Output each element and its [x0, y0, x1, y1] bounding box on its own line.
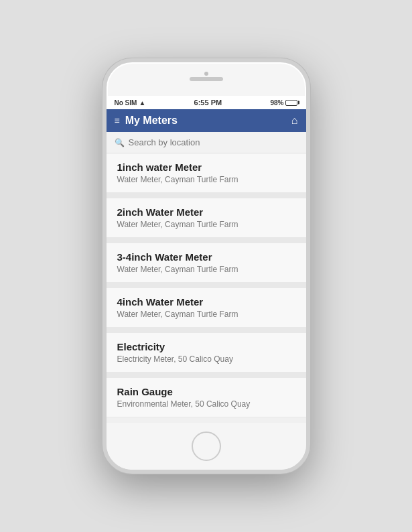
wifi-icon: ▲	[139, 99, 145, 107]
status-right: 98%	[270, 99, 297, 107]
home-button[interactable]	[192, 431, 221, 461]
list-item[interactable]: Rain GaugeEnvironmental Meter, 50 Calico…	[107, 378, 306, 417]
status-time: 6:55 PM	[194, 98, 222, 107]
meter-name: Electricity	[117, 341, 295, 352]
hamburger-icon[interactable]: ≡	[115, 116, 120, 125]
meter-name: 3-4inch Water Meter	[117, 251, 295, 263]
meter-name: 4inch Water Meter	[117, 296, 295, 308]
list-item[interactable]: 1inch water MeterWater Meter, Cayman Tur…	[107, 153, 306, 193]
meter-subtitle: Environmental Meter, 50 Calico Quay	[117, 399, 295, 409]
phone-shell: No SIM ▲ 6:55 PM 98% ≡ My Meters ⌂ 🔍	[102, 58, 310, 474]
meter-list: 1inch water MeterWater Meter, Cayman Tur…	[107, 153, 306, 423]
meter-subtitle: Water Meter, Cayman Turtle Farm	[117, 310, 295, 319]
phone-screen: No SIM ▲ 6:55 PM 98% ≡ My Meters ⌂ 🔍	[107, 96, 306, 423]
meter-subtitle: Water Meter, Cayman Turtle Farm	[117, 175, 295, 184]
list-item[interactable]: ElectricityElectricity Meter, 50 Calico …	[107, 333, 306, 373]
list-item-spacer	[107, 373, 306, 378]
app-header: ≡ My Meters ⌂	[107, 109, 306, 132]
status-bar: No SIM ▲ 6:55 PM 98%	[107, 96, 306, 109]
meter-name: 2inch Water Meter	[117, 206, 295, 218]
battery-icon	[285, 100, 297, 106]
list-item-spacer	[107, 193, 306, 198]
meter-subtitle: Water Meter, Cayman Turtle Farm	[117, 265, 295, 274]
header-title: My Meters	[125, 115, 178, 127]
list-item-spacer	[107, 238, 306, 243]
list-item[interactable]: 4inch Water MeterWater Meter, Cayman Tur…	[107, 288, 306, 328]
carrier-label: No SIM	[115, 99, 137, 107]
header-left: ≡ My Meters	[115, 115, 178, 127]
meter-name: 1inch water Meter	[117, 161, 295, 173]
meter-subtitle: Electricity Meter, 50 Calico Quay	[117, 354, 295, 364]
battery-percent: 98%	[270, 99, 283, 107]
list-item[interactable]: 3-4inch Water MeterWater Meter, Cayman T…	[107, 243, 306, 283]
list-item[interactable]: 2inch Water MeterWater Meter, Cayman Tur…	[107, 198, 306, 238]
list-item-spacer	[107, 283, 306, 288]
phone-speaker	[190, 77, 223, 81]
search-icon: 🔍	[115, 138, 125, 147]
meter-name: Rain Gauge	[117, 386, 295, 397]
search-bar: 🔍	[107, 132, 306, 153]
list-item-spacer	[107, 328, 306, 333]
meter-subtitle: Water Meter, Cayman Turtle Farm	[117, 220, 295, 229]
search-input[interactable]	[129, 137, 298, 147]
status-left: No SIM ▲	[115, 99, 146, 107]
home-icon[interactable]: ⌂	[291, 115, 298, 127]
phone-bottom	[107, 423, 306, 470]
